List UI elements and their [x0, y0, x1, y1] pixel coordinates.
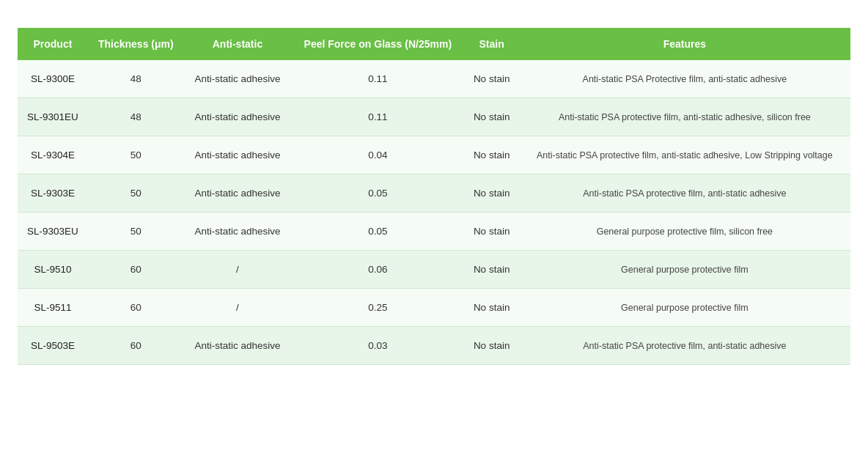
cell-product: SL-9301EU — [18, 98, 88, 136]
col-header-product: Product — [18, 28, 88, 60]
cell-peelforce: 0.04 — [291, 136, 464, 174]
cell-antistatic: Anti-static adhesive — [184, 136, 291, 174]
cell-peelforce: 0.03 — [291, 327, 464, 365]
cell-thickness: 60 — [88, 327, 184, 365]
col-header-peelforce: Peel Force on Glass (N/25mm) — [291, 28, 464, 60]
cell-features: Anti-static PSA protective film, anti-st… — [519, 136, 850, 174]
cell-features: Anti-static PSA protective film, anti-st… — [519, 174, 850, 213]
table-row: SL-951060/0.06No stainGeneral purpose pr… — [18, 251, 850, 289]
cell-stain: No stain — [465, 98, 519, 136]
col-header-stain: Stain — [465, 28, 519, 60]
col-header-antistatic: Anti-static — [184, 28, 291, 60]
cell-peelforce: 0.11 — [291, 98, 464, 136]
cell-stain: No stain — [465, 60, 519, 98]
cell-features: Anti-static PSA Protective film, anti-st… — [519, 60, 850, 98]
cell-features: Anti-static PSA protective film, anti-st… — [519, 98, 850, 136]
cell-thickness: 48 — [88, 60, 184, 98]
cell-thickness: 60 — [88, 251, 184, 289]
cell-antistatic: Anti-static adhesive — [184, 98, 291, 136]
cell-stain: No stain — [465, 213, 519, 251]
cell-peelforce: 0.25 — [291, 289, 464, 327]
properties-table: ProductThickness (μm)Anti-staticPeel For… — [18, 28, 850, 365]
table-header-row: ProductThickness (μm)Anti-staticPeel For… — [18, 28, 850, 60]
cell-stain: No stain — [465, 136, 519, 174]
cell-antistatic: Anti-static adhesive — [184, 174, 291, 213]
cell-peelforce: 0.11 — [291, 60, 464, 98]
cell-peelforce: 0.06 — [291, 251, 464, 289]
cell-peelforce: 0.05 — [291, 174, 464, 213]
table-row: SL-9503E60Anti-static adhesive0.03No sta… — [18, 327, 850, 365]
cell-thickness: 50 — [88, 136, 184, 174]
cell-thickness: 48 — [88, 98, 184, 136]
col-header-thickness: Thickness (μm) — [88, 28, 184, 60]
cell-product: SL-9303E — [18, 174, 88, 213]
cell-antistatic: Anti-static adhesive — [184, 213, 291, 251]
table-row: SL-9300E48Anti-static adhesive0.11No sta… — [18, 60, 850, 98]
table-row: SL-9304E50Anti-static adhesive0.04No sta… — [18, 136, 850, 174]
cell-product: SL-9510 — [18, 251, 88, 289]
cell-product: SL-9511 — [18, 289, 88, 327]
cell-product: SL-9300E — [18, 60, 88, 98]
cell-antistatic: Anti-static adhesive — [184, 60, 291, 98]
col-header-features: Features — [519, 28, 850, 60]
cell-features: Anti-static PSA protective film, anti-st… — [519, 327, 850, 365]
cell-thickness: 50 — [88, 213, 184, 251]
cell-product: SL-9503E — [18, 327, 88, 365]
cell-features: General purpose protective film — [519, 289, 850, 327]
cell-peelforce: 0.05 — [291, 213, 464, 251]
cell-stain: No stain — [465, 174, 519, 213]
cell-stain: No stain — [465, 289, 519, 327]
table-row: SL-951160/0.25No stainGeneral purpose pr… — [18, 289, 850, 327]
cell-stain: No stain — [465, 251, 519, 289]
table-row: SL-9301EU48Anti-static adhesive0.11No st… — [18, 98, 850, 136]
cell-antistatic: Anti-static adhesive — [184, 327, 291, 365]
cell-product: SL-9303EU — [18, 213, 88, 251]
cell-features: General purpose protective film, silicon… — [519, 213, 850, 251]
cell-stain: No stain — [465, 327, 519, 365]
cell-product: SL-9304E — [18, 136, 88, 174]
table-row: SL-9303EU50Anti-static adhesive0.05No st… — [18, 213, 850, 251]
table-row: SL-9303E50Anti-static adhesive0.05No sta… — [18, 174, 850, 213]
cell-features: General purpose protective film — [519, 251, 850, 289]
cell-thickness: 60 — [88, 289, 184, 327]
cell-antistatic: / — [184, 251, 291, 289]
cell-thickness: 50 — [88, 174, 184, 213]
cell-antistatic: / — [184, 289, 291, 327]
